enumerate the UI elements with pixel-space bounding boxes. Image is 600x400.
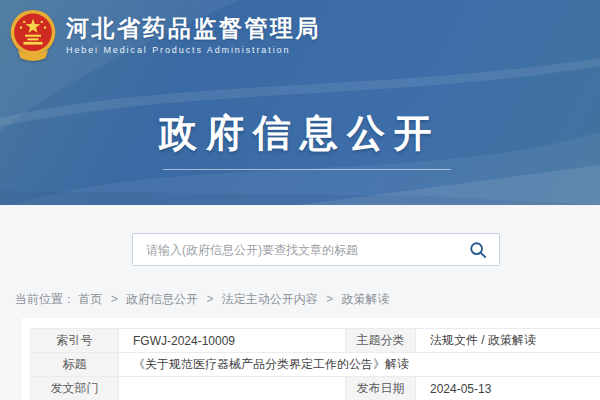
table-row-department: 发文部门 发布日期 2024-05-13 bbox=[31, 377, 600, 400]
publish-date-value: 2024-05-13 bbox=[416, 377, 600, 400]
breadcrumb-separator: > bbox=[111, 292, 118, 306]
breadcrumb-link-home[interactable]: 首页 bbox=[78, 292, 102, 306]
issuing-department-label: 发文部门 bbox=[31, 377, 119, 400]
document-info-card: 索引号 FGWJ-2024-10009 主题分类 法规文件 / 政策解读 标题 … bbox=[22, 318, 600, 400]
org-name-cn: 河北省药品监督管理局 bbox=[66, 16, 321, 41]
breadcrumb-label: 当前位置： bbox=[15, 292, 75, 306]
site-header: 河北省药品监督管理局 Hebei Medical Products Admini… bbox=[9, 9, 321, 62]
org-name-en: Hebei Medical Products Administration bbox=[66, 45, 321, 55]
table-row-index: 索引号 FGWJ-2024-10009 主题分类 法规文件 / 政策解读 bbox=[31, 329, 600, 353]
publish-date-label: 发布日期 bbox=[346, 377, 416, 400]
breadcrumb-link-statutory-disclosure[interactable]: 法定主动公开内容 bbox=[222, 292, 318, 306]
banner-title-underline bbox=[163, 169, 451, 170]
search-box bbox=[132, 233, 500, 266]
breadcrumb-separator: > bbox=[206, 292, 213, 306]
breadcrumb-separator: > bbox=[326, 292, 333, 306]
china-national-emblem-icon bbox=[9, 9, 57, 62]
search-icon bbox=[469, 241, 487, 259]
brand-text: 河北省药品监督管理局 Hebei Medical Products Admini… bbox=[66, 16, 321, 55]
title-label: 标题 bbox=[31, 353, 119, 377]
index-number-label: 索引号 bbox=[31, 329, 119, 353]
search-section: 当前位置： 首页 > 政府信息公开 > 法定主动公开内容 > 政策解读 bbox=[0, 205, 600, 318]
title-value: 《关于规范医疗器械产品分类界定工作的公告》解读 bbox=[119, 353, 600, 377]
topic-category-value: 法规文件 / 政策解读 bbox=[416, 329, 600, 353]
document-info-table: 索引号 FGWJ-2024-10009 主题分类 法规文件 / 政策解读 标题 … bbox=[30, 328, 600, 400]
issuing-department-value bbox=[119, 377, 346, 400]
index-number-value: FGWJ-2024-10009 bbox=[119, 329, 346, 353]
breadcrumb-link-gov-info[interactable]: 政府信息公开 bbox=[126, 292, 198, 306]
banner-title: 政府信息公开 bbox=[0, 108, 600, 159]
table-row-title: 标题 《关于规范医疗器械产品分类界定工作的公告》解读 bbox=[31, 353, 600, 377]
topic-category-label: 主题分类 bbox=[346, 329, 416, 353]
search-button[interactable] bbox=[469, 241, 499, 259]
search-input[interactable] bbox=[133, 243, 469, 257]
breadcrumb-link-policy-interpretation[interactable]: 政策解读 bbox=[341, 292, 389, 306]
blue-header-banner: 河北省药品监督管理局 Hebei Medical Products Admini… bbox=[0, 0, 600, 205]
breadcrumb: 当前位置： 首页 > 政府信息公开 > 法定主动公开内容 > 政策解读 bbox=[15, 291, 389, 308]
